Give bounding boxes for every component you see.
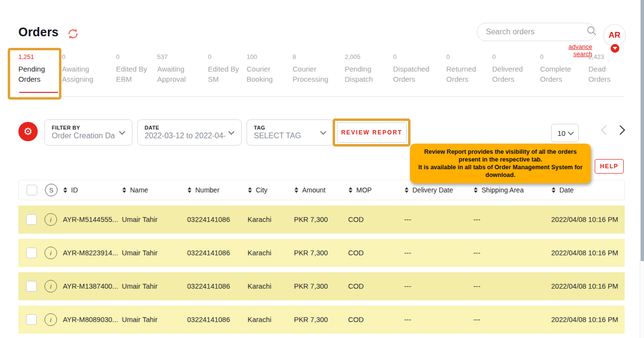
cell-number: 03224141086 <box>187 282 248 290</box>
prev-page-button[interactable] <box>601 125 611 135</box>
profile-menu-button[interactable] <box>610 43 620 54</box>
tab-dead-orders[interactable]: 2,423 Dead Orders <box>588 53 625 96</box>
row-checkbox[interactable] <box>26 214 37 225</box>
sort-icon[interactable] <box>188 187 191 193</box>
date-range-dropdown[interactable]: DATE 2022-03-12 to 2022-04-10 <box>137 119 242 146</box>
order-status-tabs: 1,251 Pending Orders 0 Awaiting Assignin… <box>18 53 625 97</box>
cell-date: 2022/04/08 10:16 PM <box>551 216 625 223</box>
table-row[interactable]: i AYR-M5144555... Umair Tahir 0322414108… <box>18 206 625 234</box>
cell-delivery-date: --- <box>404 316 473 323</box>
column-header-date: Date <box>559 186 574 194</box>
review-report-tooltip: Review Report provides the visibility of… <box>410 144 591 183</box>
cell-delivery-date: --- <box>404 249 473 257</box>
row-checkbox[interactable] <box>26 281 37 292</box>
row-checkbox[interactable] <box>26 248 37 258</box>
settings-button[interactable]: ⚙ <box>18 122 38 141</box>
tab-count: 537 <box>157 53 201 61</box>
tab-count: 0 <box>208 53 240 61</box>
cell-amount: PKR 7,300 <box>294 216 348 223</box>
table-row[interactable]: i AYR-M1387400... Umair Tahir 0322414108… <box>18 272 625 300</box>
cell-name: Umair Tahir <box>122 282 187 290</box>
cell-delivery-date: --- <box>404 282 473 290</box>
info-icon[interactable]: i <box>44 247 57 259</box>
scrollbar-thumb[interactable] <box>641 0 644 261</box>
tab-awaiting-assigning[interactable]: 0 Awaiting Assigning <box>62 53 116 96</box>
tab-count: 100 <box>247 53 286 61</box>
tab-edited-by-ebm[interactable]: 0 Edited By EBM <box>116 53 157 96</box>
page-size-select[interactable]: 10 <box>551 124 579 142</box>
tab-label: Courier Booking <box>247 64 286 84</box>
tab-count: 0 <box>62 53 109 61</box>
tab-label: Dead Orders <box>588 64 618 84</box>
info-icon[interactable]: i <box>44 313 57 326</box>
date-label: DATE <box>145 125 225 131</box>
date-value: 2022-03-12 to 2022-04-10 <box>145 132 225 140</box>
tooltip-line1: Review Report provides the visibility of… <box>417 148 584 163</box>
tab-pending-orders[interactable]: 1,251 Pending Orders <box>18 53 62 96</box>
tab-pending-dispatch[interactable]: 2,005 Pending Dispatch <box>345 53 393 96</box>
tab-edited-by-sm[interactable]: 0 Edited By SM <box>208 53 247 96</box>
sort-icon[interactable] <box>294 187 298 193</box>
cell-city: Karachi <box>248 282 294 290</box>
sort-icon[interactable] <box>349 187 352 193</box>
tab-courier-processing[interactable]: 8 Courier Processing <box>293 53 345 96</box>
scrollbar-track[interactable] <box>640 0 644 338</box>
cell-name: Umair Tahir <box>122 216 187 223</box>
tab-label: Courier Processing <box>293 64 338 84</box>
tab-label: Awaiting Approval <box>157 64 201 84</box>
cell-name: Umair Tahir <box>122 249 187 257</box>
info-icon[interactable]: i <box>44 213 57 226</box>
tab-delivered-orders[interactable]: 0 Delivered Orders <box>492 53 540 96</box>
column-header-amount: Amount <box>302 186 325 194</box>
sort-icon[interactable] <box>63 187 67 193</box>
sort-icon[interactable] <box>248 187 252 193</box>
tab-count: 2,005 <box>345 53 386 61</box>
cell-mop: COD <box>348 282 404 290</box>
cell-shipping-area: --- <box>473 249 551 257</box>
tab-count: 0 <box>540 53 582 61</box>
cell-date: 2022/04/08 10:16 PM <box>551 316 625 323</box>
select-all-checkbox[interactable] <box>27 185 37 195</box>
table-row[interactable]: i AYR-M8089030... Umair Tahir 0322414108… <box>18 306 625 334</box>
filter-by-dropdown[interactable]: FILTER BY Order Creation Da <box>44 119 132 146</box>
avatar-initials: AR <box>609 30 621 40</box>
refresh-button[interactable] <box>67 28 79 40</box>
column-header-city: City <box>256 186 267 194</box>
tab-count: 8 <box>293 53 338 61</box>
chevron-down-icon <box>613 47 617 50</box>
search-icon[interactable] <box>586 25 598 39</box>
filter-by-value: Order Creation Da <box>52 132 116 140</box>
search-input[interactable] <box>486 28 586 36</box>
cell-amount: PKR 7,300 <box>294 316 348 323</box>
chevron-down-icon <box>228 129 234 135</box>
cell-date: 2022/04/08 10:16 PM <box>551 282 625 290</box>
next-page-button[interactable] <box>615 125 625 135</box>
tab-label: Pending Dispatch <box>345 64 386 84</box>
table-row[interactable]: i AYR-M8223914... Umair Tahir 0322414108… <box>18 239 625 267</box>
tab-complete-orders[interactable]: 0 Complete Orders <box>540 53 588 96</box>
sort-icon[interactable] <box>474 187 478 193</box>
info-icon[interactable]: i <box>44 280 57 293</box>
tab-dispatched-orders[interactable]: 0 Dispatched Orders <box>393 53 446 96</box>
tab-count: 0 <box>492 53 533 61</box>
tag-dropdown[interactable]: TAG SELECT TAG <box>247 119 334 146</box>
tab-count: 0 <box>116 53 150 61</box>
tab-label: Pending Orders <box>18 64 55 84</box>
avatar[interactable]: AR <box>603 24 626 46</box>
sort-icon[interactable] <box>122 187 126 193</box>
tab-label: Edited By SM <box>208 64 240 84</box>
cell-number: 03224141086 <box>187 249 248 257</box>
help-button[interactable]: HELP <box>595 159 624 174</box>
cell-amount: PKR 7,300 <box>294 282 348 290</box>
review-report-button[interactable]: REVIEW REPORT <box>337 122 407 143</box>
sort-icon[interactable] <box>552 187 556 193</box>
gear-icon: ⚙ <box>24 126 33 137</box>
column-header-delivery-date: Delivery Date <box>412 186 453 194</box>
orders-page: Orders advance search AR 1,251 Pending <box>0 0 644 338</box>
row-checkbox[interactable] <box>26 314 37 325</box>
sort-icon[interactable] <box>405 187 409 193</box>
tab-courier-booking[interactable]: 100 Courier Booking <box>247 53 293 96</box>
search-box <box>477 23 596 41</box>
tab-returned-orders[interactable]: 0 Returned Orders <box>446 53 492 96</box>
tab-awaiting-approval[interactable]: 537 Awaiting Approval <box>157 53 208 96</box>
